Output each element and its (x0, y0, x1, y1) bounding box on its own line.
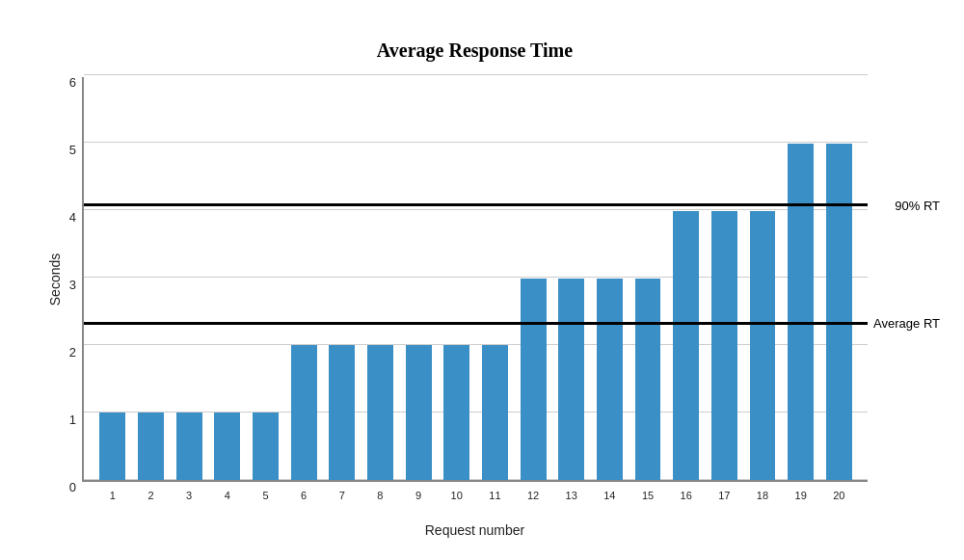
chart-container: Average Response Time Seconds 90% RT Ave… (19, 11, 945, 550)
bar-6 (291, 345, 317, 479)
reference-line-avg: Average RT (84, 322, 868, 325)
y-tick-label-2: 2 (69, 344, 76, 359)
bar-label-15: 15 (642, 490, 654, 501)
bar-label-13: 13 (566, 490, 577, 501)
bar-label-8: 8 (377, 490, 383, 501)
bar-group-20: 20 (819, 77, 858, 480)
chart-area: 90% RT Average RT 1234567891011121314151… (82, 77, 868, 482)
bar-17 (711, 211, 737, 480)
bar-16 (673, 211, 699, 480)
bar-7 (329, 345, 355, 479)
bar-group-10: 10 (438, 77, 476, 480)
bar-14 (597, 279, 623, 480)
bar-label-5: 5 (262, 490, 268, 501)
reference-line-90pct: 90% RT (84, 203, 868, 206)
y-tick-label-4: 4 (69, 209, 76, 224)
y-axis-title: Seconds (47, 253, 63, 305)
bar-group-15: 15 (629, 77, 667, 480)
bar-8 (367, 345, 393, 479)
chart-title: Average Response Time (82, 40, 868, 62)
bar-label-11: 11 (489, 490, 500, 501)
grid-line-6 (84, 74, 868, 75)
bar-group-11: 11 (476, 77, 515, 480)
bar-label-10: 10 (451, 490, 463, 501)
y-tick-label-6: 6 (69, 74, 76, 89)
bar-3 (176, 413, 202, 480)
bar-12 (521, 279, 547, 480)
bar-19 (788, 144, 814, 479)
bar-11 (482, 345, 508, 479)
bar-group-14: 14 (591, 77, 629, 480)
bar-4 (214, 413, 240, 480)
bar-13 (558, 279, 584, 480)
bar-group-8: 8 (362, 77, 400, 480)
bar-label-1: 1 (110, 490, 116, 501)
bar-group-17: 17 (706, 77, 744, 480)
bar-label-17: 17 (718, 490, 730, 501)
bars-container: 1234567891011121314151617181920 (84, 77, 868, 480)
bar-group-18: 18 (743, 77, 782, 480)
bar-label-16: 16 (681, 490, 692, 501)
bar-label-6: 6 (301, 490, 307, 501)
bar-label-7: 7 (339, 490, 345, 501)
y-tick-label-3: 3 (69, 277, 76, 291)
bar-label-14: 14 (603, 490, 615, 501)
bar-10 (443, 345, 469, 479)
bar-group-12: 12 (514, 77, 552, 480)
bar-label-2: 2 (147, 490, 153, 501)
bar-18 (750, 211, 776, 480)
bar-15 (635, 279, 661, 480)
bar-9 (406, 345, 432, 479)
bar-group-4: 4 (208, 77, 247, 480)
bar-5 (253, 413, 279, 480)
reference-label-90pct: 90% RT (895, 198, 940, 212)
bar-group-1: 1 (94, 77, 132, 480)
bar-20 (826, 144, 852, 479)
bar-label-12: 12 (527, 490, 539, 501)
bar-label-9: 9 (415, 490, 421, 501)
bar-label-18: 18 (757, 490, 768, 501)
bar-group-2: 2 (132, 77, 171, 480)
y-tick-label-5: 5 (69, 142, 76, 156)
bar-group-6: 6 (284, 77, 323, 480)
bar-group-19: 19 (782, 77, 820, 480)
bar-1 (99, 413, 125, 480)
bar-group-3: 3 (170, 77, 208, 480)
bar-group-13: 13 (552, 77, 591, 480)
bar-group-5: 5 (247, 77, 285, 480)
x-axis-title: Request number (82, 522, 868, 538)
y-tick-label-1: 1 (69, 412, 76, 426)
bar-2 (138, 413, 164, 480)
bar-group-7: 7 (323, 77, 362, 480)
bar-label-3: 3 (186, 490, 192, 501)
bar-label-20: 20 (833, 490, 844, 501)
bar-group-9: 9 (399, 77, 438, 480)
y-tick-label-0: 0 (69, 479, 76, 493)
reference-label-avg: Average RT (873, 316, 940, 331)
bar-label-19: 19 (795, 490, 807, 501)
bar-group-16: 16 (667, 77, 706, 480)
bar-label-4: 4 (225, 490, 230, 501)
